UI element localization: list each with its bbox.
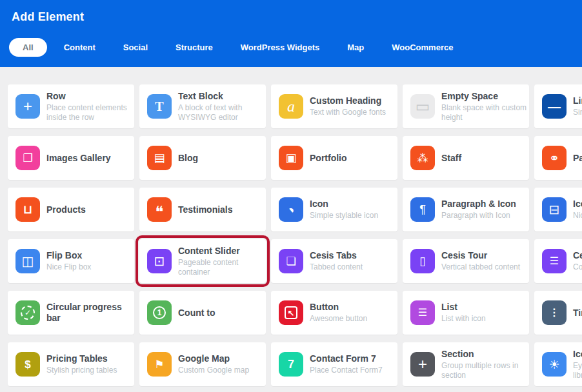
- tab-map[interactable]: Map: [347, 43, 364, 52]
- section-icon: +: [410, 352, 435, 377]
- tile-subtitle: Awesome button: [310, 314, 367, 324]
- tile-pricing-tables[interactable]: $Pricing TablesStylish pricing tables: [8, 342, 134, 386]
- tile-images-gallery[interactable]: ❐Images Gallery: [8, 136, 134, 180]
- tile-icon[interactable]: ◗IconSimple stylable icon: [271, 188, 397, 231]
- blog-icon: ▤: [147, 146, 172, 170]
- tile-title: Section: [441, 349, 518, 360]
- tile-title: Circular progress bar: [46, 302, 122, 324]
- tile-cesis-accordion[interactable]: ☰CesColl: [534, 239, 582, 283]
- tile-title: Content Slider: [178, 246, 240, 257]
- tile-section[interactable]: +SectionGroup multiple rows in section: [403, 342, 529, 386]
- tile-title: Empty Space: [441, 91, 524, 102]
- cesis-accordion-icon: ☰: [542, 249, 567, 273]
- portfolio-icon: ▣: [279, 146, 303, 170]
- tile-title: Google Map: [178, 353, 249, 364]
- tile-subtitle: Text with Google fonts: [310, 108, 386, 117]
- flip-box-icon: ◫: [15, 249, 40, 273]
- tab-structure[interactable]: Structure: [176, 43, 213, 52]
- tile-title: Flip Box: [46, 250, 91, 261]
- tile-title: Count to: [178, 308, 216, 318]
- tile-subtitle: Tabbed content: [310, 262, 363, 272]
- tile-subtitle: Vertical tabbed content: [441, 262, 520, 272]
- dialog-header: Add Element AllContentSocialStructureWor…: [0, 0, 582, 67]
- tile-line[interactable]: —LinSim: [534, 84, 582, 128]
- content-slider-icon: ⊡: [147, 249, 172, 273]
- tab-social[interactable]: Social: [123, 43, 148, 52]
- tile-partners[interactable]: ⚭Par: [534, 136, 582, 180]
- google-map-icon: ⚑: [147, 352, 172, 377]
- tile-blog[interactable]: ▤Blog: [139, 136, 266, 180]
- tile-timeline[interactable]: ⋮Tim: [534, 291, 582, 335]
- tile-cesis-tabs[interactable]: ❏Cesis TabsTabbed content: [271, 239, 397, 283]
- tile-subtitle: Place Contact Form7: [310, 366, 383, 375]
- paragraph-icon-icon: ¶: [410, 197, 435, 222]
- count-to-icon: 1: [147, 300, 172, 325]
- icon-library-icon: ☀: [542, 352, 567, 377]
- staff-icon: ⁂: [410, 146, 435, 170]
- tile-title: Ico: [573, 349, 582, 360]
- tile-title: Cesis Tour: [441, 250, 520, 261]
- empty-space-icon: ▭: [410, 94, 435, 119]
- line-icon: —: [542, 94, 567, 119]
- tile-portfolio[interactable]: ▣Portfolio: [271, 136, 397, 180]
- text-block-icon: T: [147, 94, 172, 119]
- tile-testimonials[interactable]: ❝Testimonials: [139, 188, 266, 231]
- tile-button[interactable]: ↖ButtonAwesome button: [271, 291, 397, 335]
- tab-woocommerce[interactable]: WooCommerce: [392, 43, 453, 52]
- tab-content[interactable]: Content: [64, 43, 95, 52]
- tile-cesis-tour[interactable]: ▯Cesis TourVertical tabbed content: [403, 239, 529, 283]
- tab-wordpress-widgets[interactable]: WordPress Widgets: [241, 43, 319, 52]
- tile-subtitle: Nice: [573, 211, 582, 220]
- tile-title: Products: [46, 204, 86, 215]
- tile-subtitle: Nice Flip box: [46, 262, 91, 272]
- tile-google-map[interactable]: ⚑Google MapCustom Google map: [139, 342, 266, 386]
- tile-subtitle: Group multiple rows in section: [441, 361, 518, 380]
- products-icon: ⊔: [15, 197, 40, 222]
- tile-icon-library[interactable]: ☀IcoEye libra: [534, 342, 582, 386]
- tile-title: Row: [46, 91, 127, 102]
- button-icon: ↖: [279, 300, 303, 325]
- tile-title: Custom Heading: [310, 95, 386, 106]
- tile-title: Ces: [573, 250, 582, 261]
- tile-circular-progress[interactable]: ✓Circular progress bar: [8, 291, 134, 335]
- tile-subtitle: Sim: [573, 108, 582, 117]
- tile-title: Pricing Tables: [46, 353, 117, 364]
- tile-title: Lin: [573, 95, 582, 106]
- tile-custom-heading[interactable]: aCustom HeadingText with Google fonts: [271, 84, 397, 128]
- tile-title: List: [441, 302, 486, 313]
- tile-subtitle: Blank space with custom height: [441, 103, 524, 122]
- tile-products[interactable]: ⊔Products: [8, 188, 134, 231]
- tile-row[interactable]: +RowPlace content elements inside the ro…: [8, 84, 134, 128]
- tile-subtitle: Eye libra: [573, 361, 582, 380]
- tile-count-to[interactable]: 1Count to: [139, 291, 266, 335]
- tile-title: Button: [310, 302, 367, 313]
- page-title: Add Element: [12, 10, 582, 24]
- tab-all[interactable]: All: [9, 38, 47, 57]
- tile-subtitle: Place content elements inside the row: [46, 103, 127, 122]
- tile-title: Blog: [178, 153, 198, 164]
- tile-subtitle: A block of text with WYSIWYG editor: [178, 103, 242, 122]
- tile-paragraph-icon[interactable]: ¶Paragraph & IconParagraph with Icon: [403, 188, 529, 231]
- tile-title: Text Block: [178, 91, 242, 102]
- tile-content-slider[interactable]: ⊡Content SliderPageable content containe…: [139, 239, 266, 283]
- tile-text-block[interactable]: TText BlockA block of text with WYSIWYG …: [139, 84, 266, 128]
- tile-contact-form-7[interactable]: 7Contact Form 7Place Contact Form7: [271, 342, 397, 386]
- tile-flip-box[interactable]: ◫Flip BoxNice Flip box: [8, 239, 134, 283]
- tile-empty-space[interactable]: ▭Empty SpaceBlank space with custom heig…: [403, 84, 529, 128]
- tile-title: Testimonials: [178, 204, 233, 215]
- testimonials-icon: ❝: [147, 197, 172, 222]
- element-grid: +RowPlace content elements inside the ro…: [0, 67, 582, 392]
- tile-title: Paragraph & Icon: [441, 199, 516, 210]
- timeline-icon: ⋮: [542, 300, 567, 325]
- icon-box-icon: ⊟: [542, 197, 567, 222]
- tile-subtitle: List with icon: [441, 314, 486, 324]
- tile-staff[interactable]: ⁂Staff: [403, 136, 529, 180]
- tile-list[interactable]: ☰ListList with icon: [403, 291, 529, 335]
- tile-subtitle: Pageable content container: [178, 258, 240, 277]
- tile-title: Portfolio: [310, 153, 347, 164]
- tile-icon-box[interactable]: ⊟IcoNice: [534, 188, 582, 231]
- pricing-tables-icon: $: [15, 352, 40, 377]
- contact-form-7-icon: 7: [279, 352, 303, 377]
- tile-subtitle: Stylish pricing tables: [46, 366, 117, 375]
- tile-title: Contact Form 7: [310, 353, 383, 364]
